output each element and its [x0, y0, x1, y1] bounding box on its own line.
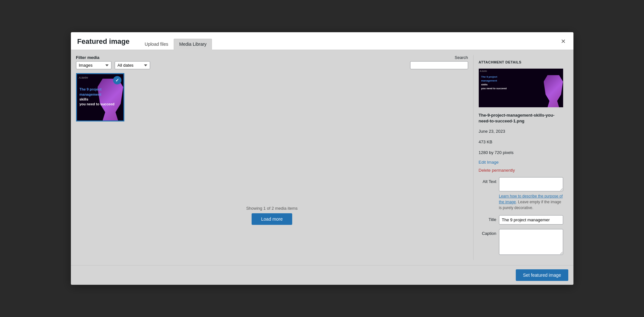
load-more-area: Load more — [252, 213, 293, 225]
modal-header: Featured image Upload files Media Librar… — [71, 32, 573, 50]
delete-permanently-link[interactable]: Delete permanently — [479, 168, 563, 173]
title-field-row: Title — [479, 215, 563, 225]
thumb-text: The 9 projectmanagement skillsyou need t… — [80, 87, 115, 107]
search-input[interactable] — [410, 61, 468, 69]
attachment-date: June 23, 2023 — [479, 128, 563, 135]
attachment-filename: The-9-project-management-skills-you-need… — [479, 112, 563, 124]
thumb-logo: A.torim — [79, 76, 88, 79]
media-item[interactable]: A.torim The 9 projectmanagement skillsyo… — [76, 73, 124, 121]
tab-media-library[interactable]: Media Library — [174, 39, 212, 50]
filter-search-row: Filter media Images Audio Video All date… — [76, 55, 468, 69]
edit-image-link[interactable]: Edit Image — [479, 160, 563, 165]
caption-input[interactable] — [499, 229, 563, 255]
load-more-button[interactable]: Load more — [252, 213, 293, 225]
caption-field-row: Caption — [479, 229, 563, 255]
media-count: Showing 1 of 2 media items — [246, 206, 298, 211]
attachment-sidebar: ATTACHMENT DETAILS A.torim The 9 project… — [473, 55, 568, 260]
set-featured-image-button[interactable]: Set featured image — [516, 269, 568, 281]
featured-image-modal: Featured image Upload files Media Librar… — [71, 32, 573, 285]
alt-text-input[interactable] — [499, 177, 563, 191]
center-content: Showing 1 of 2 media items Load more — [76, 168, 468, 260]
modal-overlay: Featured image Upload files Media Librar… — [0, 0, 644, 317]
filter-label: Filter media — [76, 55, 150, 60]
modal-tabs: Upload files Media Library — [139, 38, 212, 50]
alt-hint: Learn how to describe the purpose of the… — [499, 193, 563, 211]
media-check-icon: ✓ — [113, 76, 121, 84]
close-button[interactable]: × — [558, 36, 568, 46]
attachment-dimensions: 1280 by 720 pixels — [479, 149, 563, 156]
attachment-section-title: ATTACHMENT DETAILS — [479, 60, 563, 64]
alt-text-field-row: Alt Text Learn how to describe the purpo… — [479, 177, 563, 211]
media-area: Filter media Images Audio Video All date… — [76, 55, 473, 260]
modal-footer: Set featured image — [71, 265, 573, 285]
caption-label: Caption — [479, 229, 496, 236]
attachment-size: 473 KB — [479, 138, 563, 146]
search-label: Search — [455, 55, 468, 60]
media-grid: A.torim The 9 projectmanagement skillsyo… — [76, 73, 468, 165]
att-statue — [544, 75, 563, 107]
modal-title: Featured image — [77, 37, 130, 50]
tab-upload[interactable]: Upload files — [139, 39, 174, 50]
modal-body: Filter media Images Audio Video All date… — [71, 50, 573, 265]
attachment-thumbnail: A.torim The 9 projectmanagement skillsyo… — [479, 69, 563, 107]
alt-text-label: Alt Text — [479, 177, 496, 184]
title-input[interactable] — [499, 215, 563, 225]
filter-date-select[interactable]: All dates June 2023 — [115, 61, 150, 69]
search-area: Search — [410, 55, 468, 69]
filter-type-select[interactable]: Images Audio Video — [76, 61, 111, 69]
title-label: Title — [479, 215, 496, 222]
